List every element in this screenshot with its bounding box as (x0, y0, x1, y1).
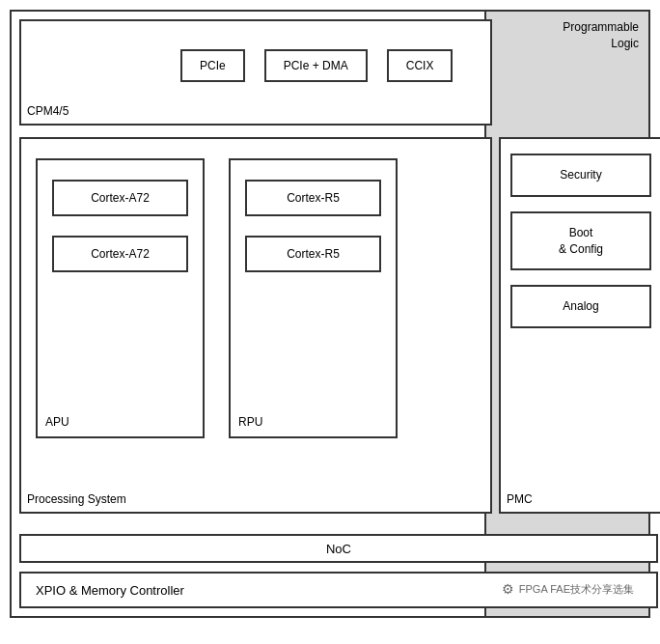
apu-box: APU Cortex-A72 Cortex-A72 (36, 158, 205, 438)
watermark: ⚙ FPGA FAE技术分享选集 (502, 581, 634, 597)
programmable-logic-label: Programmable Logic (563, 19, 639, 52)
noc-label: NoC (326, 542, 351, 556)
cortex-r5-label-2: Cortex-R5 (287, 247, 340, 261)
cortex-r5-label-1: Cortex-R5 (287, 191, 340, 205)
cpm-ccix-box: CCIX (387, 49, 454, 82)
watermark-icon: ⚙ (502, 581, 514, 597)
main-container: Programmable Logic Serial Transceivers C… (0, 0, 660, 644)
cortex-r5-box-2: Cortex-R5 (245, 236, 381, 272)
cpm-label: CPM4/5 (27, 104, 69, 118)
pmc-inner: Security Boot& Config Analog (510, 154, 651, 328)
pl-line2: Logic (611, 37, 639, 50)
cpm-ccix-label: CCIX (406, 59, 434, 72)
pmc-security-label: Security (560, 168, 601, 182)
pmc-boot-label: Boot& Config (559, 226, 603, 256)
ps-label: Processing System (27, 492, 126, 506)
cortex-a72-box-1: Cortex-A72 (52, 180, 188, 216)
outer-frame: Programmable Logic Serial Transceivers C… (10, 10, 650, 618)
cpm-section: CPM4/5 PCIe PCIe + DMA CCIX (19, 19, 492, 126)
rpu-label: RPU (238, 415, 262, 429)
rpu-box: RPU Cortex-R5 Cortex-R5 (229, 158, 398, 438)
rpu-inner: Cortex-R5 Cortex-R5 (245, 180, 381, 272)
pmc-analog-label: Analog (563, 299, 598, 313)
pmc-security-box: Security (510, 154, 651, 197)
cpm-pcie-dma-label: PCIe + DMA (284, 59, 348, 72)
cpm-pcie-dma-box: PCIe + DMA (264, 49, 368, 82)
pmc-section: PMC Security Boot& Config Analog (499, 137, 660, 514)
cortex-a72-box-2: Cortex-A72 (52, 236, 188, 272)
xpio-label: XPIO & Memory Controller (36, 583, 184, 598)
cortex-a72-label-1: Cortex-A72 (91, 191, 150, 205)
apu-inner: Cortex-A72 Cortex-A72 (52, 180, 188, 272)
pmc-analog-box: Analog (510, 285, 651, 328)
cpm-pcie-label: PCIe (200, 59, 226, 72)
processing-system: Processing System APU Cortex-A72 Cortex-… (19, 137, 492, 514)
cortex-r5-box-1: Cortex-R5 (245, 180, 381, 216)
cpm-inner: PCIe PCIe + DMA CCIX (180, 31, 481, 99)
pmc-label: PMC (507, 492, 533, 506)
pmc-boot-config-box: Boot& Config (510, 211, 651, 271)
noc-bar: NoC (19, 534, 658, 563)
cortex-a72-label-2: Cortex-A72 (91, 247, 150, 261)
cpm-pcie-box: PCIe (180, 49, 245, 82)
pl-line1: Programmable (563, 20, 639, 34)
apu-label: APU (45, 415, 69, 429)
watermark-text: FPGA FAE技术分享选集 (519, 582, 634, 597)
